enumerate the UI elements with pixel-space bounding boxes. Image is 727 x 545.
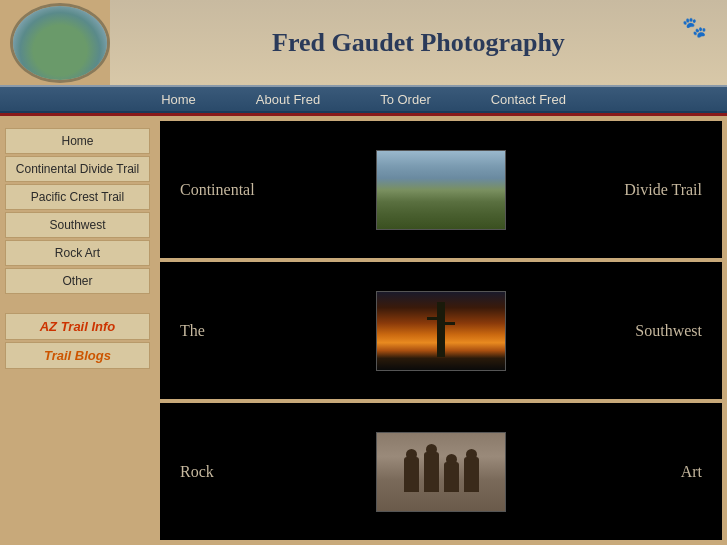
southwest-text-left: The (180, 322, 205, 340)
rockart-image (377, 433, 505, 511)
petroglyph-3 (444, 462, 459, 492)
cdt-text-right: Divide Trail (624, 181, 702, 199)
rockart-thumbnail (376, 432, 506, 512)
petroglyph-2 (424, 452, 439, 492)
petroglyph-4 (464, 457, 479, 492)
main-layout: Home Continental Divide Trail Pacific Cr… (0, 116, 727, 545)
logo-circle (10, 3, 110, 83)
rockart-text-left: Rock (180, 463, 214, 481)
site-title: Fred Gaudet Photography (272, 28, 565, 58)
petroglyph-1 (404, 457, 419, 492)
rockart-card[interactable]: Rock Art (160, 403, 722, 540)
content-area: Continental Divide Trail The Southwest R… (155, 116, 727, 545)
header-title-area: Fred Gaudet Photography 🐾 (110, 0, 727, 85)
nav-order[interactable]: To Order (380, 92, 431, 107)
nav-contact[interactable]: Contact Fred (491, 92, 566, 107)
nav-home[interactable]: Home (161, 92, 196, 107)
cdt-card[interactable]: Continental Divide Trail (160, 121, 722, 258)
southwest-card[interactable]: The Southwest (160, 262, 722, 399)
sidebar: Home Continental Divide Trail Pacific Cr… (0, 116, 155, 545)
sidebar-item-rockart[interactable]: Rock Art (5, 240, 150, 266)
sidebar-item-southwest[interactable]: Southwest (5, 212, 150, 238)
sidebar-item-other[interactable]: Other (5, 268, 150, 294)
sidebar-item-cdt[interactable]: Continental Divide Trail (5, 156, 150, 182)
sidebar-item-home[interactable]: Home (5, 128, 150, 154)
sidebar-item-az-trail[interactable]: AZ Trail Info (5, 313, 150, 340)
southwest-text-right: Southwest (635, 322, 702, 340)
cactus-shape (437, 302, 445, 357)
cdt-thumbnail (376, 150, 506, 230)
sidebar-item-trail-blogs[interactable]: Trail Blogs (5, 342, 150, 369)
sidebar-item-pct[interactable]: Pacific Crest Trail (5, 184, 150, 210)
sunset-image (377, 292, 505, 370)
rockart-text-right: Art (681, 463, 702, 481)
mountain-image (377, 151, 505, 229)
header: Fred Gaudet Photography 🐾 (0, 0, 727, 85)
navbar: Home About Fred To Order Contact Fred (0, 85, 727, 113)
southwest-thumbnail (376, 291, 506, 371)
sidebar-divider (0, 296, 155, 311)
footprint-icon: 🐾 (682, 15, 707, 39)
petroglyphs-shape (404, 452, 479, 492)
cdt-text-left: Continental (180, 181, 255, 199)
nav-about[interactable]: About Fred (256, 92, 320, 107)
